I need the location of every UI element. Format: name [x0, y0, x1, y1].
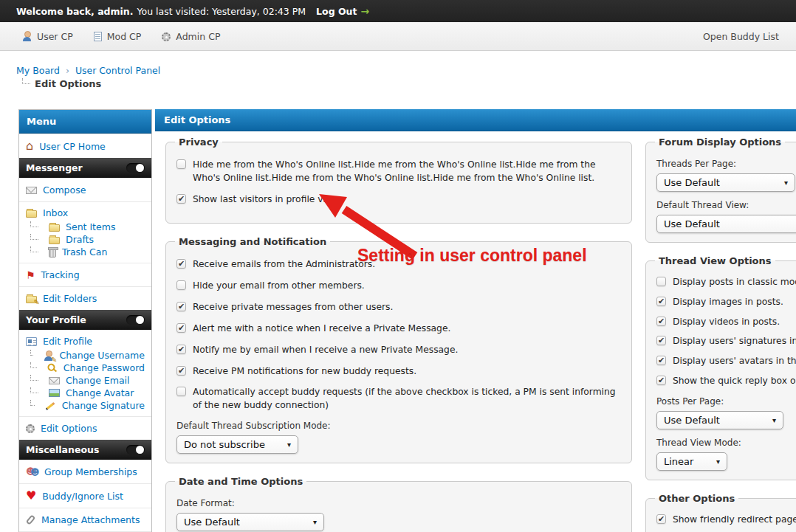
option-row: Alert me with a notice when I receive a … — [176, 322, 621, 336]
nav-admin-cp[interactable]: Admin CP — [162, 31, 220, 42]
sidebar-title: Menu — [19, 110, 151, 134]
option-label: Hide your email from other members. — [193, 280, 365, 293]
hide-whos-online-checkbox[interactable] — [176, 159, 186, 169]
flag-icon: ⚑ — [26, 270, 35, 280]
last-visited-text: You last visited: Yesterday, 02:43 PM — [137, 6, 306, 17]
hide-email-checkbox[interactable] — [176, 280, 186, 290]
sidebar-section-miscellaneous[interactable]: Miscellaneous — [19, 440, 151, 460]
collapse-toggle-icon[interactable] — [126, 315, 145, 325]
display-signatures-checkbox[interactable] — [656, 336, 666, 345]
option-label: Show friendly redirect pages. — [673, 514, 796, 527]
nav-open-buddy-list[interactable]: Open Buddy List — [703, 31, 779, 42]
other-options-fieldset: Other Options Show friendly redirect pag… — [645, 493, 796, 532]
sidebar-item-user-cp-home[interactable]: ⌂ User CP Home — [19, 134, 151, 158]
sidebar-item-edit-profile[interactable]: Edit Profile — [26, 336, 145, 349]
option-label: Notify me by email when I receive a new … — [193, 344, 458, 357]
receive-pm-checkbox[interactable] — [176, 302, 186, 311]
option-label: Show last visitors in profile view. — [193, 193, 340, 207]
sidebar-item-tracking[interactable]: ⚑ Tracking — [19, 263, 151, 286]
sidebar-group-profile: Edit Profile Change Username Change Pass… — [19, 330, 151, 416]
logout-link[interactable]: Log Out — [316, 6, 357, 17]
option-label: Receive emails from the Administrators. — [193, 258, 375, 272]
nav-mod-cp[interactable]: Mod CP — [94, 31, 142, 42]
breadcrumb-section-link[interactable]: User Control Panel — [75, 65, 160, 76]
pm-email-notify-checkbox[interactable] — [176, 345, 186, 354]
quick-reply-checkbox[interactable] — [656, 376, 666, 385]
tree-branch-icon — [30, 246, 38, 252]
option-label: Display posts in classic mode. — [673, 276, 796, 289]
folder-icon — [49, 237, 60, 244]
privacy-fieldset: Privacy Hide me from the Who's Online li… — [165, 137, 632, 224]
annotation-text: Setting in user control panel — [357, 246, 587, 266]
show-last-visitors-checkbox[interactable] — [176, 194, 186, 204]
friendly-redirect-checkbox[interactable] — [656, 514, 666, 524]
sidebar-section-messenger[interactable]: Messenger — [19, 158, 151, 178]
sidebar-item-group-memberships[interactable]: Group Memberships — [19, 460, 151, 483]
thread-view-fieldset: Thread View Options Display posts in cla… — [645, 255, 796, 480]
sidebar-item-sent-items[interactable]: Sent Items — [26, 221, 145, 233]
sidebar-item-inbox[interactable]: Inbox — [26, 207, 145, 221]
ucp-edit-options-page: { "topbar": { "welcome": "Welcome back, … — [0, 0, 796, 532]
other-options-legend: Other Options — [655, 493, 738, 504]
sidebar-item-compose[interactable]: Compose — [19, 178, 151, 201]
option-row: Automatically accept buddy requests (if … — [176, 386, 621, 412]
nav-user-cp[interactable]: User CP — [22, 31, 73, 42]
option-row: Display videos in posts. — [656, 316, 796, 329]
option-label: Display users' signatures in their posts… — [673, 335, 796, 348]
sidebar-item-edit-options[interactable]: Edit Options — [19, 416, 151, 440]
option-label: Receive private messages from other user… — [193, 301, 393, 314]
privacy-legend: Privacy — [175, 137, 222, 148]
sidebar-item-trash-can[interactable]: Trash Can — [26, 246, 145, 258]
sidebar-item-edit-folders[interactable]: Edit Folders — [19, 286, 151, 310]
sidebar-item-buddy-ignore-list[interactable]: ♥ Buddy/Ignore List — [19, 483, 151, 508]
receive-admin-emails-checkbox[interactable] — [176, 259, 186, 269]
home-icon: ⌂ — [26, 140, 33, 152]
sidebar-item-change-email[interactable]: Change Email — [26, 374, 145, 387]
side-column: Forum Display Options Threads Per Page: … — [645, 137, 796, 532]
option-row: Receive private messages from other user… — [176, 301, 621, 314]
option-label: Hide me from the Who's Online list.Hide … — [193, 159, 621, 185]
thread-view-mode-select[interactable]: Linear — [656, 452, 727, 471]
welcome-bar: Welcome back, admin. You last visited: Y… — [0, 0, 796, 22]
tree-branch-icon — [30, 400, 35, 406]
cp-navbar-right: Open Buddy List View New Posts — [703, 22, 796, 51]
date-format-select[interactable]: Use Default — [176, 513, 324, 531]
display-videos-checkbox[interactable] — [656, 317, 666, 326]
subscription-mode-select[interactable]: Do not subscribe — [176, 435, 298, 454]
breadcrumb-separator: › — [66, 65, 69, 76]
option-row: Receive PM notifications for new buddy r… — [176, 365, 621, 379]
sidebar-group-inbox: Inbox Sent Items Drafts Trash Can — [19, 201, 151, 263]
thread-view-mode-label: Thread View Mode: — [656, 438, 796, 448]
option-label: Display videos in posts. — [673, 316, 780, 329]
messaging-fieldset: Messaging and Notification Receive email… — [165, 236, 632, 463]
forum-display-fieldset: Forum Display Options Threads Per Page: … — [645, 137, 796, 243]
sidebar-section-your-profile[interactable]: Your Profile — [19, 310, 151, 330]
posts-per-page-select[interactable]: Use Default — [656, 411, 783, 429]
collapse-toggle-icon[interactable] — [126, 445, 145, 455]
default-thread-view-select[interactable]: Use Default — [656, 215, 796, 233]
folder-edit-icon — [26, 296, 37, 303]
option-row: Display users' signatures in their posts… — [656, 335, 796, 348]
sidebar-item-change-avatar[interactable]: Change Avatar — [26, 387, 145, 399]
main-column: Privacy Hide me from the Who's Online li… — [165, 137, 632, 532]
collapse-toggle-icon[interactable] — [126, 163, 145, 173]
sidebar-item-manage-attachments[interactable]: Manage Attachments — [19, 508, 151, 531]
tree-branch-icon — [30, 375, 38, 381]
sidebar-item-change-username[interactable]: Change Username — [26, 349, 145, 362]
display-images-checkbox[interactable] — [656, 297, 666, 306]
sidebar-item-change-signature[interactable]: Change Signature — [26, 399, 145, 412]
sidebar-item-drafts[interactable]: Drafts — [26, 233, 145, 246]
display-avatars-checkbox[interactable] — [656, 356, 666, 365]
tree-branch-icon — [30, 221, 38, 227]
sidebar-item-change-password[interactable]: Change Password — [26, 362, 145, 374]
auto-accept-buddy-checkbox[interactable] — [176, 387, 186, 396]
buddy-request-pm-checkbox[interactable] — [176, 366, 186, 376]
nav-admin-cp-label: Admin CP — [176, 31, 220, 42]
threads-per-page-select[interactable]: Use Default — [656, 173, 795, 192]
subscription-mode-label: Default Thread Subscription Mode: — [176, 421, 621, 431]
tree-branch-icon — [30, 387, 38, 393]
breadcrumb-root-link[interactable]: My Board — [16, 65, 60, 76]
folder-icon — [26, 210, 37, 218]
pm-alert-checkbox[interactable] — [176, 323, 186, 333]
classic-mode-checkbox[interactable] — [656, 277, 666, 286]
